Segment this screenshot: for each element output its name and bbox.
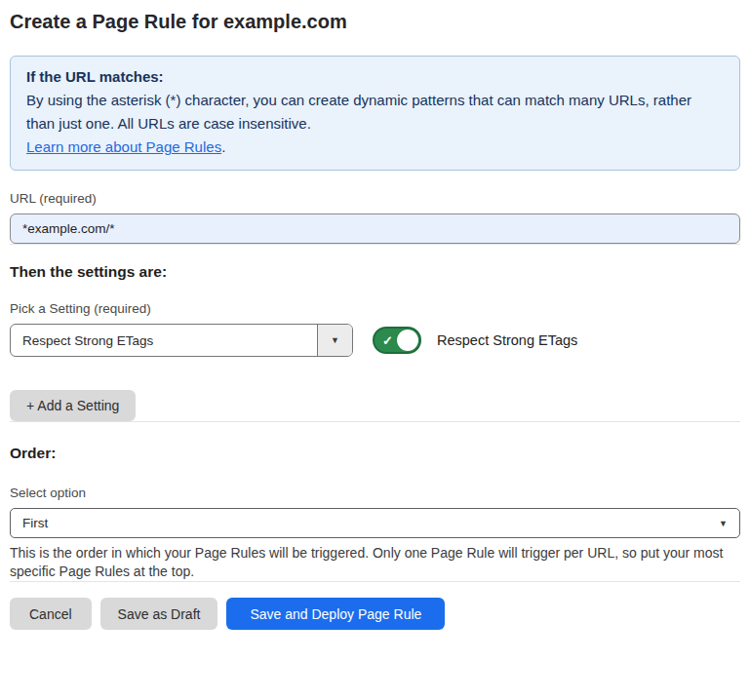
- link-suffix: .: [221, 138, 225, 155]
- setting-select-arrow-button[interactable]: ▼: [317, 325, 352, 356]
- page-rule-form: Create a Page Rule for example.com If th…: [0, 0, 750, 700]
- url-match-info-box: If the URL matches: By using the asteris…: [10, 56, 740, 171]
- setting-row: Respect Strong ETags ▼ ✓ Respect Strong …: [10, 324, 740, 357]
- save-and-deploy-button[interactable]: Save and Deploy Page Rule: [226, 598, 445, 630]
- save-as-draft-button[interactable]: Save as Draft: [100, 598, 218, 630]
- pick-setting-label: Pick a Setting (required): [10, 301, 740, 316]
- order-select-label: Select option: [10, 486, 740, 500]
- check-icon: ✓: [382, 334, 393, 347]
- setting-toggle-label: Respect Strong ETags: [437, 332, 577, 348]
- url-input[interactable]: [10, 214, 740, 244]
- setting-toggle[interactable]: ✓: [373, 327, 421, 354]
- caret-down-icon: ▼: [331, 335, 339, 345]
- caret-down-icon: ▼: [719, 519, 728, 528]
- order-select[interactable]: First ▼: [10, 508, 740, 538]
- divider: [10, 421, 740, 422]
- info-box-link-row: Learn more about Page Rules.: [26, 136, 724, 159]
- divider: [10, 244, 740, 245]
- toggle-knob: [397, 330, 418, 351]
- setting-select[interactable]: Respect Strong ETags ▼: [10, 324, 353, 357]
- divider: [10, 581, 740, 582]
- footer-actions: Cancel Save as Draft Save and Deploy Pag…: [10, 598, 740, 630]
- learn-more-link[interactable]: Learn more about Page Rules: [26, 138, 221, 155]
- settings-section-heading: Then the settings are:: [10, 263, 740, 281]
- order-help-text: This is the order in which your Page Rul…: [10, 544, 740, 581]
- order-section-heading: Order:: [10, 445, 740, 462]
- page-title: Create a Page Rule for example.com: [10, 11, 740, 33]
- info-box-heading: If the URL matches:: [26, 65, 724, 89]
- order-select-value: First: [22, 516, 719, 530]
- cancel-button[interactable]: Cancel: [10, 598, 92, 630]
- setting-select-value: Respect Strong ETags: [11, 325, 317, 356]
- url-field-label: URL (required): [10, 191, 740, 206]
- info-box-body: By using the asterisk (*) character, you…: [26, 89, 724, 136]
- add-setting-button[interactable]: + Add a Setting: [10, 390, 136, 421]
